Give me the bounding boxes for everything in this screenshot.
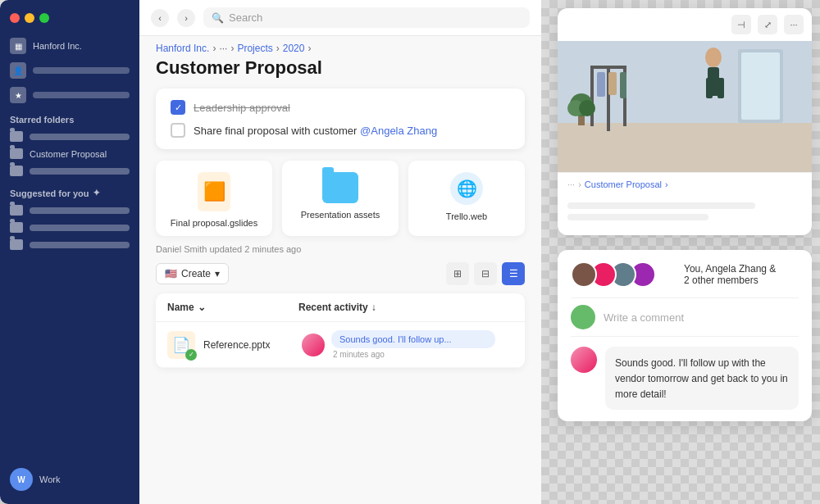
close-dot[interactable]: [10, 13, 20, 23]
checklist-card: ✓ Leadership approval Share final propos…: [156, 89, 525, 149]
folder-bar3: [30, 168, 130, 175]
folder-icon4: [10, 205, 23, 216]
breadcrumb-ellipsis[interactable]: ···: [219, 43, 227, 54]
checklist-item2[interactable]: Share final proposal with customer @Ange…: [171, 123, 510, 138]
preview-ellipsis: ···: [567, 179, 575, 189]
table-row[interactable]: 📄 ✓ Reference.pptx Sounds good. I'll fol…: [156, 322, 525, 368]
comment-text: Sounds good. I'll follow up with the ven…: [615, 357, 788, 400]
suggested-item3[interactable]: [10, 239, 130, 250]
file-card-folder[interactable]: Presentation assets: [282, 161, 399, 236]
commenter-avatar-row: [302, 334, 325, 356]
folder-icon6: [10, 239, 23, 250]
file-card-web[interactable]: 🌐 Trello.web: [408, 161, 525, 236]
row-activity-cell: Sounds good. I'll follow up... 2 minutes…: [302, 330, 513, 359]
right-panel: ⊣ ⤢ ···: [541, 0, 820, 504]
svg-rect-11: [706, 78, 713, 98]
sidebar-nav-item-user[interactable]: 👤: [10, 62, 130, 79]
forward-button[interactable]: ›: [177, 9, 195, 27]
sidebar-app-name: Hanford Inc.: [33, 41, 130, 51]
avatar-name-label: Work: [39, 474, 60, 484]
member-avatar1: [571, 261, 597, 288]
comment-item1: Sounds good. I'll follow up with the ven…: [571, 337, 799, 410]
folder-icon3: [10, 166, 23, 176]
preview-placeholder-bars: [558, 196, 812, 235]
ph-bar1: [567, 202, 755, 209]
view-icons: ⊞ ⊟ ☰: [446, 262, 525, 285]
check-badge: ✓: [185, 349, 197, 361]
window-controls: [10, 13, 130, 23]
file-card-slides[interactable]: 🟧 Final proposal.gslides: [156, 161, 272, 236]
search-box[interactable]: 🔍 Search: [203, 7, 530, 28]
svg-rect-4: [590, 69, 594, 126]
suggested-item2[interactable]: [10, 222, 130, 233]
breadcrumb-year[interactable]: 2020: [283, 43, 305, 54]
col-name[interactable]: Name ⌄: [167, 302, 298, 313]
sidebar-user-avatar[interactable]: W Work: [10, 468, 60, 491]
file-name-web: Trello.web: [417, 211, 517, 221]
sidebar-folder-item2[interactable]: Customer Proposal: [10, 148, 130, 159]
comment-input-row[interactable]: Write a comment: [571, 297, 799, 337]
table-area: Name ⌄ Recent activity ↓ 📄 ✓ Reference.p…: [156, 293, 525, 368]
sidebar-bar1: [33, 67, 130, 74]
breadcrumb-projects[interactable]: Projects: [237, 43, 272, 54]
svg-rect-14: [741, 52, 780, 120]
preview-image-inner: [558, 41, 812, 172]
sidebar: ▦ Hanford Inc. 👤 ★ Starred folders Custo…: [0, 0, 139, 504]
suggested-item1[interactable]: [10, 205, 130, 216]
comment-input-placeholder[interactable]: Write a comment: [604, 311, 799, 324]
file-icon-slides: 🟧: [198, 172, 230, 211]
comment-input-avatar: [571, 305, 595, 329]
suggested-bar1: [30, 207, 130, 214]
row-filename: Reference.pptx: [203, 339, 294, 351]
activity-time: 2 minutes ago: [331, 350, 513, 359]
sidebar-nav-item-grid[interactable]: ▦ Hanford Inc.: [10, 38, 130, 54]
breadcrumb-sep1: ›: [212, 43, 216, 54]
sidebar-nav-item-star[interactable]: ★: [10, 87, 130, 103]
view-detail-icon[interactable]: ☰: [502, 262, 525, 285]
checkbox-empty2[interactable]: [171, 123, 185, 138]
create-button[interactable]: 🇺🇸 Create ▾: [156, 263, 229, 284]
checkbox-checked1[interactable]: ✓: [171, 100, 185, 115]
members-card: You, Angela Zhang & 2 other members Writ…: [558, 250, 812, 421]
checklist-text2: Share final proposal with customer @Ange…: [194, 125, 437, 137]
files-row: 🟧 Final proposal.gslides Presentation as…: [156, 161, 525, 236]
preview-image: [558, 41, 812, 172]
view-grid-icon[interactable]: ⊞: [446, 262, 469, 285]
checklist-item1[interactable]: ✓ Leadership approval: [171, 100, 510, 115]
checklist-text1: Leadership approval: [194, 102, 290, 114]
preview-title-link[interactable]: Customer Proposal: [585, 179, 662, 189]
search-placeholder: Search: [229, 11, 262, 24]
topbar: ‹ › 🔍 Search: [139, 0, 541, 36]
member-avatars: [571, 261, 649, 288]
svg-rect-3: [590, 66, 626, 69]
mention-angela: @Angela Zhang: [360, 125, 437, 137]
activity-content: Sounds good. I'll follow up... 2 minutes…: [331, 330, 513, 359]
view-list-icon[interactable]: ⊟: [474, 262, 497, 285]
minimize-dot[interactable]: [25, 13, 34, 23]
suggested-label: Suggested for you ✦: [10, 188, 130, 198]
members-text-block: You, Angela Zhang & 2 other members: [671, 263, 776, 286]
maximize-dot[interactable]: [39, 13, 49, 23]
preview-bc-arrow: ›: [665, 179, 668, 189]
preview-expand-button[interactable]: ⤢: [758, 15, 777, 34]
main-panel: ‹ › 🔍 Search Hanford Inc. › ··· › Projec…: [139, 0, 541, 504]
back-button[interactable]: ‹: [151, 9, 169, 27]
breadcrumb: Hanford Inc. › ··· › Projects › 2020 ›: [139, 36, 541, 57]
members-row: You, Angela Zhang & 2 other members: [571, 261, 799, 288]
folder-icon1: [10, 131, 23, 142]
updated-text: Daniel Smith updated 2 minutes ago: [139, 244, 541, 262]
preview-pin-button[interactable]: ⊣: [731, 15, 751, 34]
breadcrumb-sep3: ›: [276, 43, 280, 54]
sidebar-folder-item3[interactable]: [10, 166, 130, 176]
file-name-folder: Presentation assets: [290, 210, 390, 220]
col-activity[interactable]: Recent activity ↓: [298, 302, 513, 313]
suggested-bar2: [30, 225, 130, 231]
svg-rect-12: [718, 78, 724, 98]
svg-point-18: [579, 100, 595, 116]
folder-icon5: [10, 222, 23, 233]
breadcrumb-part1[interactable]: Hanford Inc.: [156, 43, 209, 54]
user-icon: 👤: [10, 62, 26, 79]
comment-bubble: Sounds good. I'll follow up with the ven…: [605, 347, 799, 410]
preview-more-button[interactable]: ···: [784, 15, 804, 34]
sidebar-folder-item1[interactable]: [10, 131, 130, 142]
